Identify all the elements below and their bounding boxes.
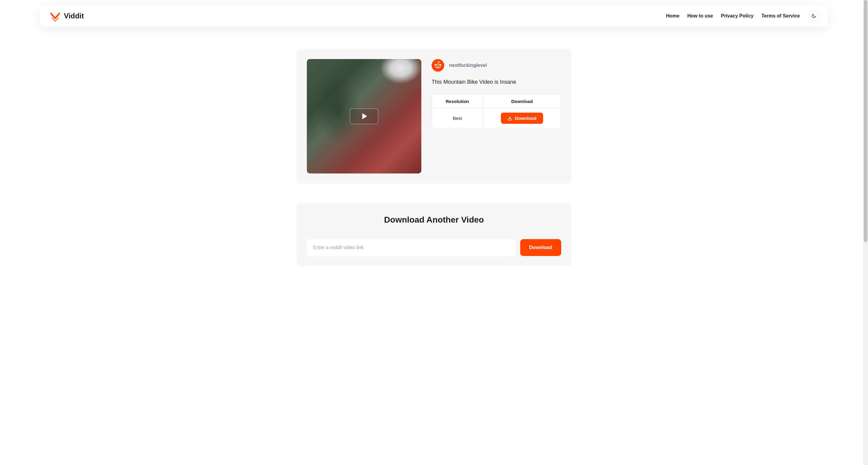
subreddit-info: nextfuckinglevel — [432, 59, 561, 72]
play-icon — [362, 113, 367, 119]
video-result-card: nextfuckinglevel This Mountain Bike Vide… — [297, 49, 571, 184]
moon-icon — [811, 13, 816, 19]
main-nav: Home How to use Privacy Policy Terms of … — [666, 11, 818, 21]
brand-name: Viddit — [64, 12, 84, 20]
download-button[interactable]: Download — [501, 113, 543, 124]
svg-point-3 — [435, 64, 436, 65]
download-another-section: Download Another Video Download — [297, 203, 571, 266]
nav-terms-of-service[interactable]: Terms of Service — [761, 13, 800, 19]
svg-point-1 — [438, 65, 439, 66]
url-input[interactable] — [307, 239, 516, 256]
header-download: Download — [483, 95, 561, 108]
download-table: Resolution Download Best Download — [432, 94, 561, 128]
subreddit-name[interactable]: nextfuckinglevel — [449, 63, 487, 68]
header-resolution: Resolution — [432, 95, 483, 108]
video-details: nextfuckinglevel This Mountain Bike Vide… — [432, 59, 561, 173]
download-button-label: Download — [515, 115, 536, 121]
svg-point-0 — [436, 65, 437, 66]
section-title: Download Another Video — [307, 215, 561, 225]
input-row: Download — [307, 239, 561, 256]
download-cell: Download — [483, 108, 561, 128]
reddit-icon — [432, 59, 444, 72]
scrollbar-thumb[interactable] — [864, 0, 867, 242]
viddit-logo-icon — [50, 10, 61, 22]
table-header: Resolution Download — [432, 95, 561, 108]
scrollbar[interactable] — [863, 0, 868, 465]
main-content: nextfuckinglevel This Mountain Bike Vide… — [0, 49, 868, 266]
logo[interactable]: Viddit — [50, 10, 84, 22]
submit-button[interactable]: Download — [520, 239, 561, 256]
svg-point-4 — [440, 64, 441, 65]
header: Viddit Home How to use Privacy Policy Te… — [40, 5, 828, 27]
video-thumbnail[interactable] — [307, 59, 421, 173]
table-row: Best Download — [432, 108, 561, 128]
nav-how-to-use[interactable]: How to use — [687, 13, 713, 19]
nav-privacy-policy[interactable]: Privacy Policy — [721, 13, 754, 19]
post-title: This Mountain Bike Video is Insane — [432, 79, 561, 85]
resolution-cell: Best — [432, 108, 483, 128]
nav-home[interactable]: Home — [666, 13, 679, 19]
play-button[interactable] — [350, 108, 378, 124]
download-icon — [507, 116, 513, 121]
theme-toggle-button[interactable] — [809, 11, 818, 21]
